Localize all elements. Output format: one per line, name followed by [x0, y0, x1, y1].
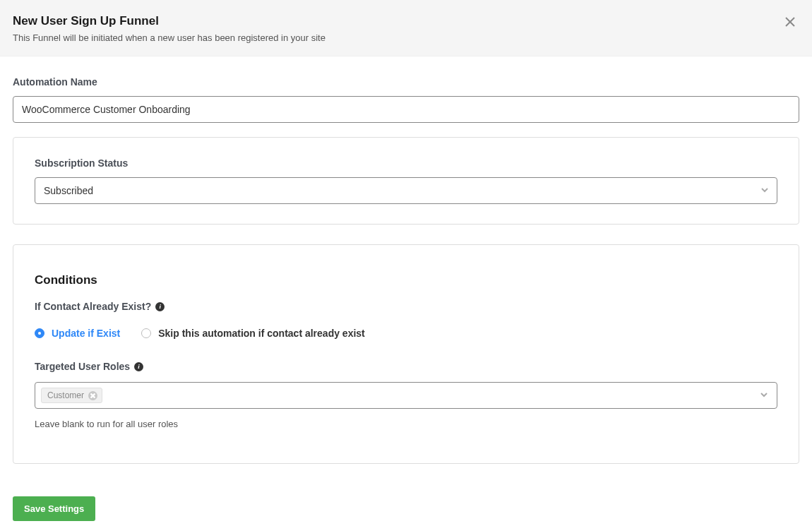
role-tag-label: Customer: [47, 390, 84, 400]
conditions-card: Conditions If Contact Already Exist? i U…: [13, 244, 799, 464]
modal-title: New User Sign Up Funnel: [13, 14, 799, 28]
info-icon[interactable]: i: [155, 302, 165, 311]
subscription-status-value: Subscribed: [35, 177, 777, 204]
targeted-roles-input[interactable]: Customer: [35, 382, 777, 409]
modal-content: Automation Name Subscription Status Subs…: [0, 56, 812, 477]
already-exist-label: If Contact Already Exist? i: [35, 301, 165, 312]
info-icon[interactable]: i: [134, 362, 143, 371]
modal-footer: Save Settings: [0, 477, 812, 521]
subscription-status-card: Subscription Status Subscribed: [13, 137, 799, 225]
already-exist-radio-group: Update if Exist Skip this automation if …: [35, 328, 777, 339]
radio-circle-icon: [35, 328, 44, 338]
targeted-roles-helper: Leave blank to run for all user roles: [35, 419, 777, 429]
role-tag-customer: Customer: [41, 388, 102, 403]
modal-subtitle: This Funnel will be initiated when a new…: [13, 32, 799, 43]
close-icon: [785, 17, 795, 27]
save-settings-button[interactable]: Save Settings: [13, 496, 95, 521]
radio-update-label: Update if Exist: [52, 328, 120, 339]
conditions-title: Conditions: [35, 273, 777, 287]
radio-update-if-exist[interactable]: Update if Exist: [35, 328, 120, 339]
close-button[interactable]: [785, 17, 796, 28]
targeted-roles-label-text: Targeted User Roles: [35, 361, 130, 372]
radio-circle-icon: [141, 328, 151, 338]
radio-skip-automation[interactable]: Skip this automation if contact already …: [141, 328, 365, 339]
chevron-down-icon: [760, 389, 768, 402]
automation-name-label: Automation Name: [13, 76, 799, 88]
tag-remove-button[interactable]: [88, 391, 97, 400]
modal-header: New User Sign Up Funnel This Funnel will…: [0, 0, 812, 56]
subscription-status-label: Subscription Status: [35, 157, 777, 169]
automation-name-input[interactable]: [13, 96, 799, 123]
close-icon: [90, 393, 95, 398]
radio-skip-label: Skip this automation if contact already …: [158, 328, 365, 339]
targeted-roles-section: Targeted User Roles i Customer Leave bla…: [35, 360, 777, 429]
subscription-status-select[interactable]: Subscribed: [35, 177, 777, 204]
already-exist-label-text: If Contact Already Exist?: [35, 301, 151, 312]
targeted-roles-label: Targeted User Roles i: [35, 361, 143, 372]
